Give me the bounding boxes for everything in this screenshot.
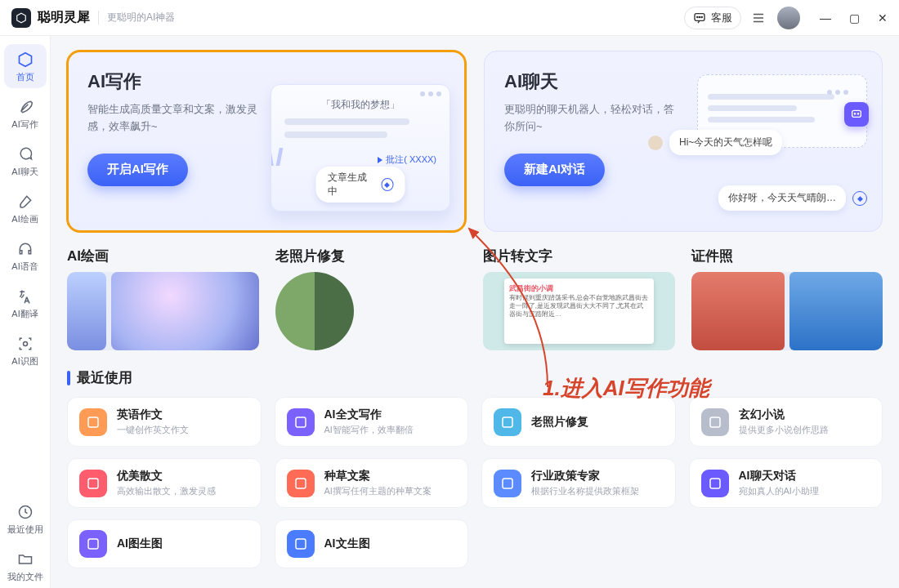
start-ai-write-button[interactable]: 开启AI写作 [87, 154, 188, 186]
recent-tile[interactable]: AI全文写作 AI智能写作，效率翻倍 [275, 397, 469, 447]
feature-title: 图片转文字 [483, 247, 675, 265]
recent-tile[interactable]: AI文生图 [275, 519, 469, 568]
generating-pill: 文章生成中 ◆ [316, 167, 405, 203]
sidebar-item-label: AI写作 [11, 118, 38, 131]
sidebar-item-files[interactable]: 我的文件 [4, 544, 47, 588]
sidebar-item-recent[interactable]: 最近使用 [4, 497, 47, 541]
tile-sub: 提供更多小说创作思路 [739, 424, 829, 436]
sidebar-item-write[interactable]: AI写作 [4, 91, 47, 136]
feature-photo-repair[interactable]: 老照片修复 [275, 247, 467, 350]
tile-sub: AI撰写任何主题的种草文案 [324, 485, 432, 497]
tile-icon [701, 408, 729, 436]
tile-icon [287, 408, 315, 436]
feature-ocr[interactable]: 图片转文字 武昌街的小调 有时候到重庆踏荡采书,总会不自觉地跑武昌街去走一阵了,… [483, 247, 675, 350]
recent-tile[interactable]: 英语作文 一键创作英文作文 [67, 397, 262, 447]
feature-title: 老照片修复 [275, 247, 467, 265]
svg-point-13 [857, 114, 858, 114]
brush-icon [16, 193, 34, 211]
svg-point-12 [854, 114, 855, 114]
feature-id-photo[interactable]: 证件照 [691, 247, 883, 350]
support-button[interactable]: 客服 [684, 7, 741, 29]
recent-tile[interactable]: AI图生图 [67, 519, 262, 568]
svg-rect-23 [296, 539, 306, 549]
user-avatar-icon [648, 136, 663, 150]
sidebar-item-ocr[interactable]: AI识图 [4, 328, 47, 372]
generating-label: 文章生成中 [328, 171, 375, 198]
sidebar-item-label: 首页 [16, 71, 34, 83]
new-ai-chat-button[interactable]: 新建AI对话 [504, 154, 605, 186]
sidebar-item-label: AI聊天 [11, 166, 38, 178]
tile-name: 优美散文 [117, 469, 216, 483]
svg-point-3 [699, 16, 700, 17]
recent-tile[interactable]: AI聊天对话 宛如真人的AI小助理 [689, 458, 883, 508]
user-bubble: Hi~今天的天气怎样呢 [669, 130, 782, 155]
tile-sub: 宛如真人的AI小助理 [739, 485, 819, 497]
tile-icon [287, 530, 315, 558]
tile-name: AI文生图 [324, 537, 370, 551]
feature-ai-paint[interactable]: AI绘画 [67, 247, 259, 350]
hero-write-desc: 智能生成高质量文章和文案，激发灵感，效率飙升~ [87, 100, 259, 136]
svg-rect-22 [88, 539, 98, 549]
recent-tile[interactable]: 老照片修复 [481, 397, 676, 447]
sidebar-item-label: AI翻译 [11, 308, 38, 320]
recent-tile[interactable]: 行业政策专家 根据行业名称提供政策框架 [481, 458, 676, 508]
brand-mini-icon: ◆ [852, 191, 867, 206]
section-recent-title: 最近使用 [67, 368, 883, 387]
sidebar-item-translate[interactable]: AI翻译 [4, 281, 47, 325]
app-logo [11, 8, 31, 28]
mock-doc-title: 「我和我的梦想」 [271, 98, 450, 112]
svg-rect-18 [88, 479, 98, 488]
window-minimize[interactable]: — [820, 11, 831, 24]
tile-name: 行业政策专家 [531, 469, 639, 483]
tile-name: AI全文写作 [324, 408, 414, 422]
svg-point-9 [23, 342, 27, 346]
scan-icon [16, 335, 34, 353]
hero-card-write[interactable]: AI写作 智能生成高质量文章和文案，激发灵感，效率飙升~ 开启AI写作 「我和我… [67, 51, 466, 232]
tile-sub: 高效输出散文，激发灵感 [117, 485, 216, 497]
svg-point-4 [701, 16, 702, 17]
svg-point-2 [697, 16, 698, 17]
sidebar-item-label: 我的文件 [7, 571, 43, 583]
recent-tile[interactable]: 玄幻小说 提供更多小说创作思路 [689, 397, 883, 447]
recent-tile[interactable]: 种草文案 AI撰写任何主题的种草文案 [275, 458, 469, 508]
tile-name: 玄幻小说 [739, 408, 829, 422]
hamburger-menu[interactable] [751, 11, 766, 25]
tile-icon [79, 530, 107, 558]
tile-name: AI聊天对话 [739, 469, 819, 483]
feature-title: 证件照 [691, 247, 883, 265]
sidebar-item-label: AI识图 [11, 355, 38, 368]
tile-name: 老照片修复 [531, 415, 588, 430]
svg-rect-16 [503, 417, 512, 427]
clock-icon [16, 503, 34, 521]
tile-sub: AI智能写作，效率翻倍 [324, 424, 414, 436]
recent-tile[interactable]: 优美散文 高效输出散文，激发灵感 [67, 458, 262, 508]
chat-mock-panel: Hi~今天的天气怎样呢 你好呀，今天天气晴朗… ◆ [697, 74, 867, 211]
sidebar-item-chat[interactable]: AI聊天 [4, 139, 47, 183]
sidebar-item-paint[interactable]: AI绘画 [4, 186, 47, 230]
tile-sub: 一键创作英文作文 [117, 424, 189, 436]
folder-icon [16, 550, 34, 568]
svg-marker-0 [17, 13, 26, 23]
chat-fab-icon [844, 102, 869, 127]
hero-card-chat[interactable]: AI聊天 更聪明的聊天机器人，轻松对话，答你所问~ 新建AI对话 Hi~今天的天… [484, 51, 883, 232]
ocr-sheet-body: 有时候到重庆踏荡采书,总会不自觉地跑武昌街去走一阵了,是近发现武昌街大大不同了,… [509, 294, 649, 319]
sidebar-item-label: AI语音 [11, 261, 38, 273]
avatar[interactable] [777, 7, 800, 29]
tile-icon [494, 470, 521, 497]
home-icon [16, 51, 34, 69]
svg-rect-21 [710, 479, 720, 488]
recent-grid: 英语作文 一键创作英文作文 AI全文写作 AI智能写作，效率翻倍 老照片修复 玄… [67, 397, 883, 568]
tile-name: 英语作文 [117, 408, 189, 422]
menu-icon [751, 11, 766, 25]
translate-icon [16, 287, 34, 305]
tile-icon [494, 408, 521, 436]
sidebar-item-voice[interactable]: AI语音 [4, 234, 47, 278]
brand-mini-icon: ◆ [381, 178, 393, 191]
tile-icon [79, 470, 107, 497]
tile-icon [79, 408, 107, 436]
window-close[interactable]: ✕ [878, 11, 888, 24]
chat-bubble-icon [693, 11, 706, 24]
window-maximize[interactable]: ▢ [849, 11, 860, 24]
titlebar: 聪明灵犀 更聪明的AI神器 客服 — ▢ ✕ [0, 0, 899, 36]
sidebar-item-home[interactable]: 首页 [4, 44, 47, 88]
